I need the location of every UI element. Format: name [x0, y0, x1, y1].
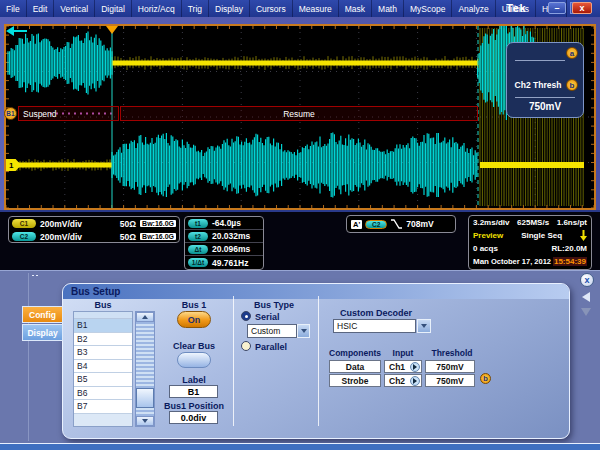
- trigger-readout[interactable]: A' C2 708mV: [346, 215, 456, 233]
- data-input-button[interactable]: [410, 362, 420, 372]
- callout-divider: [515, 97, 575, 98]
- bus1-position-field[interactable]: 0.0div: [169, 411, 218, 424]
- menu-math[interactable]: Math: [372, 0, 404, 17]
- menu-horiz-acq[interactable]: Horiz/Acq: [132, 0, 182, 17]
- bus-item-b2[interactable]: B2: [74, 333, 132, 347]
- strobe-threshold-cell[interactable]: 750mV: [425, 374, 475, 387]
- menu-vertical[interactable]: Vertical: [54, 0, 95, 17]
- data-component-cell: Data: [329, 360, 381, 373]
- down-arrow-icon: [301, 329, 307, 333]
- ch1-bandwidth: Bw:16.0G: [140, 220, 176, 227]
- scrollbar-thumb[interactable]: [136, 388, 154, 408]
- suspend-label: Suspend: [23, 109, 57, 119]
- panel-collapse-left-icon[interactable]: [582, 292, 590, 302]
- menu-analyze[interactable]: Analyze: [452, 0, 495, 17]
- serial-radio[interactable]: [241, 311, 251, 321]
- t2-value: 20.032ms: [212, 231, 250, 241]
- parallel-radio[interactable]: [241, 341, 251, 351]
- menu-display[interactable]: Display: [209, 0, 250, 17]
- dialog-close-button[interactable]: x: [580, 273, 594, 287]
- tab-config[interactable]: Config: [22, 306, 63, 323]
- time-per-div: 3.2ms/div: [473, 218, 509, 227]
- date-label: October 17, 2012: [491, 257, 551, 266]
- cursor-t2-row: t2 20.032ms: [185, 230, 263, 243]
- control-panel-area: Config Display Bus Setup Bus B1 B2 B3 B4…: [0, 270, 600, 450]
- panel-edge-line: [28, 273, 29, 441]
- bus-item-b1[interactable]: B1: [74, 319, 132, 333]
- bus-list-label: Bus: [73, 300, 133, 310]
- bus-list: B1 B2 B3 B4 B5 B6 B7: [73, 311, 133, 427]
- preview-label: Preview: [473, 231, 503, 240]
- inv-dt-badge: 1/Δt: [188, 258, 208, 267]
- bus-item-b7[interactable]: B7: [74, 400, 132, 414]
- data-input-value: Ch1: [389, 362, 405, 372]
- menu-myscope[interactable]: MyScope: [404, 0, 452, 17]
- tab-display[interactable]: Display: [22, 324, 63, 341]
- bus1-on-button[interactable]: On: [177, 311, 211, 328]
- menu-edit[interactable]: Edit: [27, 0, 55, 17]
- divider: [233, 296, 234, 426]
- parallel-radio-label: Parallel: [255, 342, 287, 352]
- scroll-up-button[interactable]: [136, 312, 154, 322]
- strobe-input-button[interactable]: [410, 376, 420, 386]
- sample-rate: 625MS/s: [517, 218, 549, 227]
- data-threshold-cell[interactable]: 750mV: [425, 360, 475, 373]
- trigger-source-badge: A': [351, 220, 362, 229]
- readout-bar: C1 200mV/div 50Ω Bw:16.0G C2 200mV/div 5…: [0, 210, 600, 270]
- bus-item-b3[interactable]: B3: [74, 346, 132, 360]
- menu-measure[interactable]: Measure: [293, 0, 339, 17]
- bus-item-b6[interactable]: B6: [74, 387, 132, 401]
- divider: [318, 296, 319, 426]
- ch2-readout[interactable]: C2 200mV/div 50Ω Bw:16.0G: [9, 230, 179, 243]
- serial-type-select[interactable]: Custom: [247, 324, 297, 338]
- dt-value: 20.096ms: [212, 244, 250, 254]
- bus-item-b5[interactable]: B5: [74, 373, 132, 387]
- horizontal-readouts: 3.2ms/div 625MS/s 1.6ns/pt Preview Singl…: [468, 215, 592, 270]
- bus-b1-badge: B1: [4, 107, 17, 120]
- falling-edge-icon: [390, 219, 403, 229]
- scroll-down-button[interactable]: [136, 416, 154, 426]
- record-length: RL:20.0M: [551, 244, 587, 253]
- strobe-input-value: Ch2: [389, 376, 405, 386]
- clear-bus-label: Clear Bus: [163, 341, 225, 351]
- callout-b-badge: b: [566, 79, 578, 91]
- label-field[interactable]: B1: [169, 385, 218, 398]
- clear-bus-button[interactable]: [177, 352, 211, 368]
- menu-file[interactable]: File: [0, 0, 27, 17]
- menu-digital[interactable]: Digital: [95, 0, 132, 17]
- graticule: B1 Suspend Resume 1 a Ch2 Thresh b 750mV: [4, 24, 596, 210]
- threshold-header: Threshold: [425, 348, 479, 358]
- cursor-readouts: t1 -64.0µs t2 20.032ms Δt 20.096ms 1/Δt …: [184, 216, 264, 270]
- data-input-cell[interactable]: Ch1: [384, 360, 422, 373]
- cursor-t1-row: t1 -64.0µs: [185, 217, 263, 230]
- panel-collapse-down-icon[interactable]: [581, 308, 591, 316]
- datetime-row: Man October 17, 2012 15:54:39: [469, 255, 591, 268]
- serial-type-select-arrow[interactable]: [297, 324, 310, 338]
- menu-trig[interactable]: Trig: [182, 0, 209, 17]
- bus-list-scrollbar[interactable]: [135, 311, 155, 427]
- minimize-button[interactable]: –: [548, 2, 566, 14]
- strobe-input-cell[interactable]: Ch2: [384, 374, 422, 387]
- label-field-label: Label: [163, 375, 225, 385]
- ch1-readout[interactable]: C1 200mV/div 50Ω Bw:16.0G: [9, 217, 179, 230]
- channel-readouts: C1 200mV/div 50Ω Bw:16.0G C2 200mV/div 5…: [8, 216, 180, 243]
- oscilloscope-screen: { "window": { "logo": "Tek", "minimize":…: [0, 0, 600, 450]
- man-label: Man: [473, 257, 489, 266]
- t2-badge: t2: [188, 232, 208, 241]
- bus-item-b4[interactable]: B4: [74, 360, 132, 374]
- menu-mask[interactable]: Mask: [339, 0, 372, 17]
- position-field-label: Bus1 Position: [157, 401, 231, 411]
- down-arrow-icon: [142, 419, 148, 423]
- close-window-button[interactable]: x: [572, 2, 592, 14]
- right-arrow-icon: [413, 378, 417, 384]
- strobe-component-cell: Strobe: [329, 374, 381, 387]
- decoder-select[interactable]: HSIC: [333, 319, 416, 333]
- bus1-label: Bus 1: [163, 300, 225, 310]
- decoder-select-arrow[interactable]: [417, 319, 431, 333]
- threshold-arrow-icon: [6, 26, 28, 36]
- menu-cursors[interactable]: Cursors: [250, 0, 293, 17]
- bus-state-suspend: Suspend: [18, 106, 119, 121]
- scope-display-area: B1 Suspend Resume 1 a Ch2 Thresh b 750mV: [0, 17, 600, 210]
- ch1-impedance: 50Ω: [120, 219, 136, 229]
- threshold-callout: a Ch2 Thresh b 750mV: [506, 42, 584, 118]
